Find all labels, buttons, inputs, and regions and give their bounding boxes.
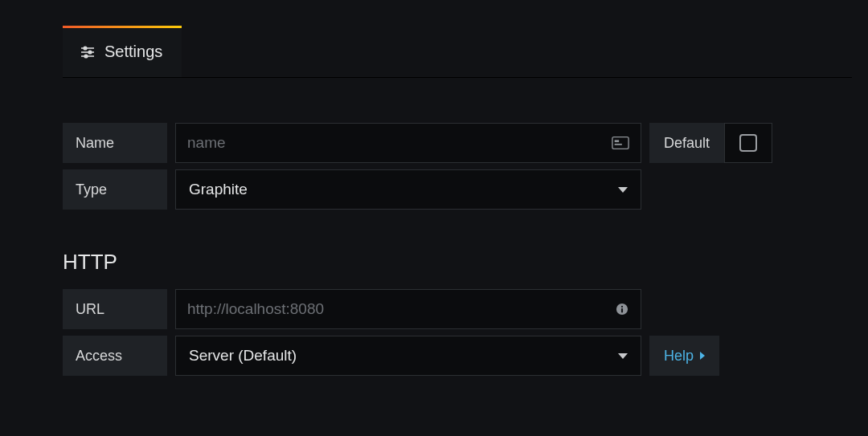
default-label: Default xyxy=(649,123,724,163)
name-input[interactable] xyxy=(187,134,612,152)
url-input-wrap[interactable] xyxy=(175,289,641,329)
help-button[interactable]: Help xyxy=(649,336,719,376)
chevron-down-icon xyxy=(618,187,628,193)
tag-icon xyxy=(612,136,629,150)
svg-rect-6 xyxy=(612,137,628,149)
url-row: URL xyxy=(63,289,852,329)
tab-bar: Settings xyxy=(63,26,852,78)
chevron-down-icon xyxy=(618,353,628,359)
chevron-right-icon xyxy=(700,352,705,360)
tab-settings-label: Settings xyxy=(104,43,162,61)
settings-content: Name Default Type xyxy=(63,78,852,376)
type-row: Type Graphite xyxy=(63,169,852,210)
default-checkbox-wrap[interactable] xyxy=(724,123,772,163)
name-row: Name Default xyxy=(63,123,852,163)
default-block: Default xyxy=(649,123,772,163)
svg-rect-8 xyxy=(615,144,622,145)
svg-point-5 xyxy=(84,55,88,58)
url-input[interactable] xyxy=(187,300,615,318)
http-section-title: HTTP xyxy=(63,250,852,275)
svg-rect-11 xyxy=(621,308,623,312)
help-button-label: Help xyxy=(664,348,694,365)
tab-settings[interactable]: Settings xyxy=(63,26,182,77)
name-label: Name xyxy=(63,123,167,163)
name-input-wrap[interactable] xyxy=(175,123,641,163)
svg-point-4 xyxy=(88,51,92,54)
type-select-value: Graphite xyxy=(189,181,248,198)
type-label: Type xyxy=(63,169,167,210)
access-select-value: Server (Default) xyxy=(189,347,297,365)
type-select[interactable]: Graphite xyxy=(175,169,641,210)
svg-rect-7 xyxy=(615,140,620,142)
default-checkbox[interactable] xyxy=(739,134,757,152)
sliders-icon xyxy=(80,45,95,59)
svg-point-10 xyxy=(621,306,623,308)
access-select[interactable]: Server (Default) xyxy=(175,336,641,376)
svg-point-3 xyxy=(84,47,87,50)
info-icon[interactable] xyxy=(615,302,629,316)
access-label: Access xyxy=(63,336,167,376)
url-label: URL xyxy=(63,289,167,329)
access-row: Access Server (Default) Help xyxy=(63,336,852,376)
